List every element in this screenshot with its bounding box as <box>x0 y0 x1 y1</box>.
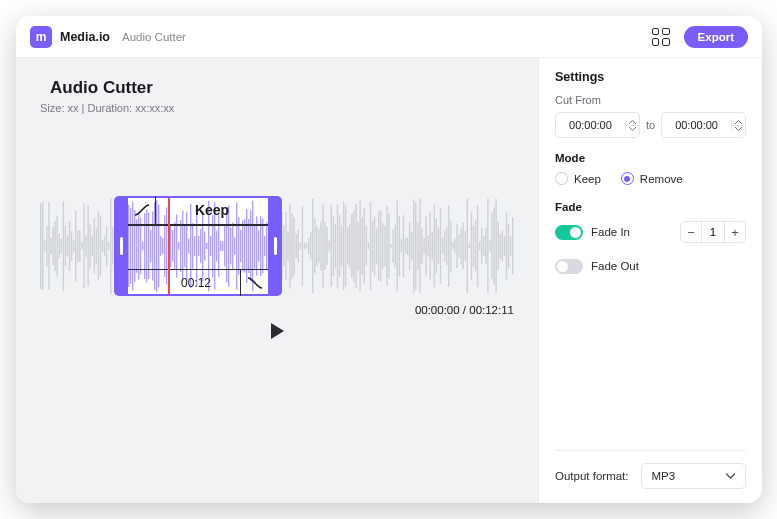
svg-rect-167 <box>384 226 385 266</box>
svg-rect-181 <box>413 199 414 292</box>
svg-rect-166 <box>382 223 383 269</box>
svg-rect-255 <box>178 242 179 249</box>
fade-in-curve-icon[interactable] <box>128 196 156 224</box>
svg-rect-208 <box>469 244 470 249</box>
svg-rect-216 <box>485 228 486 263</box>
file-duration-label: Duration: xx:xx:xx <box>88 102 175 114</box>
time-to-down[interactable] <box>732 126 745 131</box>
fade-out-curve-icon[interactable] <box>240 270 268 296</box>
fade-in-stepper[interactable]: − 1 + <box>680 221 746 243</box>
svg-rect-224 <box>502 230 503 261</box>
apps-grid-icon[interactable] <box>652 28 670 46</box>
brand-logo[interactable]: m <box>30 26 52 48</box>
svg-rect-140 <box>329 241 330 252</box>
playhead-line[interactable] <box>168 198 170 294</box>
svg-rect-136 <box>320 222 321 271</box>
svg-rect-196 <box>444 231 445 262</box>
svg-rect-237 <box>142 242 143 251</box>
svg-rect-17 <box>75 211 76 282</box>
svg-rect-202 <box>456 224 457 268</box>
svg-rect-281 <box>230 227 231 264</box>
svg-rect-137 <box>322 205 323 288</box>
svg-rect-131 <box>310 232 311 259</box>
svg-rect-215 <box>483 236 484 256</box>
svg-rect-177 <box>405 239 406 254</box>
cut-from-label: Cut From <box>555 94 746 106</box>
svg-rect-283 <box>234 237 235 254</box>
svg-rect-7 <box>54 221 55 271</box>
svg-rect-172 <box>394 225 395 267</box>
svg-rect-278 <box>224 226 225 267</box>
svg-rect-6 <box>52 227 53 265</box>
selection-handle-right[interactable] <box>268 196 282 296</box>
svg-rect-164 <box>378 212 379 280</box>
svg-rect-22 <box>85 235 86 256</box>
svg-rect-258 <box>184 225 185 267</box>
export-button[interactable]: Export <box>684 26 748 48</box>
mode-keep-radio[interactable]: Keep <box>555 172 601 185</box>
svg-rect-214 <box>481 228 482 265</box>
svg-rect-27 <box>96 228 97 264</box>
svg-rect-157 <box>364 208 365 284</box>
svg-rect-8 <box>56 215 57 276</box>
svg-rect-234 <box>136 219 137 272</box>
svg-rect-256 <box>180 220 181 272</box>
selection-region[interactable]: Keep 00:12 <box>114 196 282 296</box>
chevron-down-icon <box>629 126 636 131</box>
svg-rect-126 <box>300 243 301 250</box>
svg-rect-223 <box>500 234 501 259</box>
svg-rect-285 <box>238 217 239 275</box>
svg-rect-0 <box>40 203 41 289</box>
waveform-area[interactable]: Keep 00:12 <box>16 196 538 296</box>
svg-rect-288 <box>244 219 245 273</box>
svg-rect-141 <box>331 205 332 287</box>
svg-rect-227 <box>508 224 509 269</box>
svg-rect-271 <box>210 236 211 256</box>
mode-heading: Mode <box>555 152 746 164</box>
time-from-value: 00:00:00 <box>556 119 625 131</box>
svg-rect-154 <box>357 221 358 271</box>
fade-in-increment[interactable]: + <box>725 222 745 242</box>
svg-rect-247 <box>162 238 163 254</box>
svg-rect-124 <box>296 234 297 258</box>
time-from-down[interactable] <box>626 126 639 131</box>
time-to-field[interactable]: 00:00:00 <box>661 112 746 138</box>
svg-rect-253 <box>174 222 175 270</box>
svg-rect-187 <box>425 216 426 276</box>
svg-rect-207 <box>467 199 468 293</box>
svg-rect-225 <box>504 236 505 257</box>
svg-rect-182 <box>415 202 416 290</box>
svg-rect-148 <box>345 206 346 287</box>
output-format-select[interactable]: MP3 <box>641 463 746 489</box>
svg-rect-134 <box>316 226 317 266</box>
svg-rect-151 <box>351 214 352 278</box>
fade-out-label: Fade Out <box>591 260 746 272</box>
fade-out-toggle[interactable] <box>555 259 583 274</box>
fade-in-decrement[interactable]: − <box>681 222 701 242</box>
svg-rect-125 <box>298 230 299 262</box>
mode-remove-radio[interactable]: Remove <box>621 172 683 185</box>
svg-rect-282 <box>232 222 233 269</box>
svg-rect-217 <box>487 199 488 293</box>
selection-handle-left[interactable] <box>114 196 128 296</box>
svg-rect-241 <box>150 230 151 262</box>
svg-rect-149 <box>347 227 348 265</box>
svg-rect-277 <box>222 241 223 250</box>
svg-rect-5 <box>50 238 51 255</box>
svg-rect-297 <box>262 219 263 274</box>
time-from-field[interactable]: 00:00:00 <box>555 112 640 138</box>
svg-rect-229 <box>512 217 513 274</box>
svg-rect-16 <box>73 239 74 253</box>
svg-rect-122 <box>291 213 292 278</box>
play-button[interactable] <box>266 320 288 342</box>
file-size-label: Size: xx <box>40 102 79 114</box>
file-meta: Size: xx | Duration: xx:xx:xx <box>40 102 514 114</box>
fade-in-toggle[interactable] <box>555 225 583 240</box>
svg-rect-298 <box>264 236 265 257</box>
svg-rect-204 <box>460 228 461 264</box>
svg-rect-159 <box>368 243 369 249</box>
output-format-value: MP3 <box>652 470 676 482</box>
svg-rect-203 <box>458 235 459 257</box>
svg-rect-180 <box>411 232 412 260</box>
page-title: Audio Cutter <box>50 78 514 98</box>
